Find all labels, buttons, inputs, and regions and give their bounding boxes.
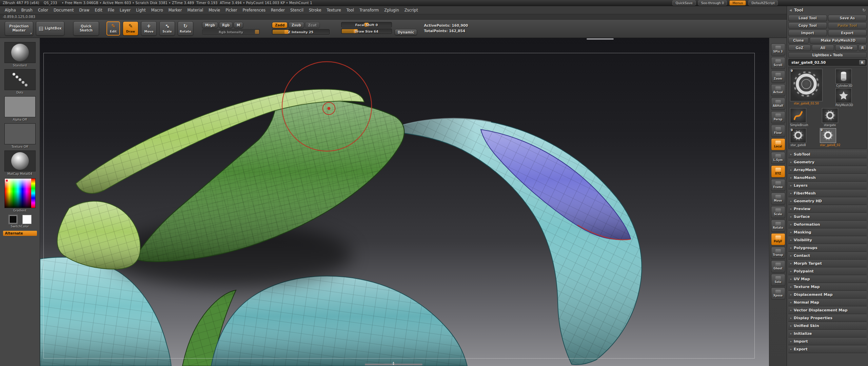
tool-subpalette-row[interactable]: ▸ Normal Map — [788, 299, 867, 306]
tool-subpalette-row[interactable]: ▸ Import — [788, 338, 867, 345]
menu-item[interactable]: Macro — [149, 6, 166, 14]
alpha-selector-thumbnail[interactable] — [4, 96, 36, 117]
sculpt-model[interactable] — [40, 38, 769, 366]
draw-size-slider[interactable]: Draw Size 64 — [341, 28, 392, 34]
menu-item[interactable]: Zplugin — [381, 6, 401, 14]
tool-subpalette-row[interactable]: ▸ Surface — [788, 213, 867, 221]
canvas-scrollbar-top[interactable] — [587, 38, 614, 40]
tool-thumbnail-cylinder3d[interactable]: Cylinder3D — [835, 69, 853, 87]
dynamic-button[interactable]: Dynamic — [395, 29, 417, 35]
paste-tool-button[interactable]: Paste Tool — [828, 22, 867, 29]
goz-r-button[interactable]: R — [859, 45, 867, 51]
shelf-button[interactable]: Frame — [771, 179, 785, 191]
tool-subpalette-row[interactable]: ▸ Morph Target — [788, 260, 867, 267]
rgb-intensity-slider[interactable]: Rgb Intensity — [202, 29, 260, 35]
shelf-button[interactable]: Persp — [771, 111, 785, 123]
tool-subpalette-row[interactable]: ▸ Preview — [788, 205, 867, 213]
menu-item[interactable]: Marker — [166, 6, 185, 14]
mesh-green-crescent[interactable] — [134, 98, 404, 262]
menu-item[interactable]: Material — [184, 6, 206, 14]
collapse-tray-icon[interactable]: ◀ — [789, 8, 792, 12]
tool-thumbnail-simplebrush[interactable]: SimpleBrush — [790, 108, 808, 127]
shelf-button[interactable]: Scale — [771, 206, 785, 218]
clone-button[interactable]: Clone — [788, 37, 809, 44]
texture-selector-thumbnail[interactable] — [4, 123, 36, 144]
zsub-button[interactable]: Zsub — [289, 22, 304, 28]
shelf-button[interactable]: Floor — [771, 125, 785, 137]
menu-item[interactable]: Tool — [344, 6, 357, 14]
menu-item[interactable]: Preferences — [240, 6, 268, 14]
scale-mode-button[interactable]: ↔ Scale — [159, 21, 175, 36]
tool-subpalette-row[interactable]: ▸ Masking — [788, 228, 867, 236]
menu-item[interactable]: Light — [133, 6, 149, 14]
tool-subpalette-row[interactable]: ▸ Geometry — [788, 158, 867, 166]
tool-subpalette-row[interactable]: ▸ NanoMesh — [788, 174, 867, 182]
title-bar-button[interactable]: QuickSave — [672, 0, 695, 5]
z-intensity-slider[interactable]: Z Intensity 25 — [272, 29, 330, 35]
shelf-button[interactable]: PolyF — [771, 233, 785, 245]
menu-item[interactable]: Document — [51, 6, 77, 14]
tool-subpalette-row[interactable]: ▸ Displacement Map — [788, 291, 867, 299]
tool-subpalette-row[interactable]: ▸ Display Properties — [788, 314, 867, 322]
export-tool-button[interactable]: Export — [828, 30, 867, 36]
tool-subpalette-row[interactable]: ▸ Layers — [788, 182, 867, 189]
tool-subpalette-row[interactable]: ▸ Texture Map — [788, 283, 867, 291]
menu-item[interactable]: Color — [35, 6, 51, 14]
title-bar-button[interactable]: See-through 0 — [698, 0, 727, 5]
shelf-button[interactable]: Move — [771, 192, 785, 205]
scroll-down-icon[interactable]: ▼ — [393, 363, 394, 366]
move-mode-button[interactable]: + Move — [141, 21, 157, 36]
shelf-button[interactable]: Solo — [771, 274, 785, 286]
current-tool-bar[interactable]: star_gate8_02.50 R — [788, 59, 867, 66]
tool-subpalette-row[interactable]: ▸ FiberMesh — [788, 189, 867, 197]
tool-subpalette-row[interactable]: ▸ Initialize — [788, 330, 867, 338]
mesh-bottom-arc-cyan[interactable] — [211, 276, 467, 366]
tool-subpalette-row[interactable]: ▸ Export — [788, 345, 867, 353]
canvas-viewport[interactable]: ▲ ▼ — [40, 38, 769, 366]
projection-master-button[interactable]: Projection Master ▼ — [5, 21, 33, 36]
mesh-green-claw[interactable] — [57, 201, 140, 269]
alternate-button[interactable]: Alternate — [3, 231, 37, 236]
menu-item[interactable]: Movie — [206, 6, 223, 14]
import-tool-button[interactable]: Import — [788, 30, 827, 36]
shelf-button[interactable]: Zoom — [771, 70, 785, 83]
make-polymesh3d-button[interactable]: Make PolyMesh3D — [810, 37, 867, 44]
tool-thumbnail-star-gate8-02[interactable]: 9 star_gate8_02 — [820, 128, 840, 147]
tool-subpalette-row[interactable]: ▸ Contact — [788, 252, 867, 260]
goz-all-button[interactable]: All — [812, 45, 834, 51]
menu-item[interactable]: Brush — [19, 6, 35, 14]
title-bar-button[interactable]: Menus — [729, 0, 746, 5]
stroke-selector-thumbnail[interactable] — [4, 69, 36, 90]
shelf-button[interactable]: Ghost — [771, 260, 785, 272]
menu-item[interactable]: Stroke — [306, 6, 324, 14]
current-tool-r-button[interactable]: R — [859, 60, 866, 65]
tool-thumbnail-star-gate8[interactable]: 9 star_gate8 — [790, 128, 806, 147]
active-tool-thumbnail[interactable]: 9 star_gate8_02.50 — [790, 69, 823, 107]
secondary-color-swatch[interactable] — [22, 215, 32, 224]
menu-item[interactable]: Texture — [324, 6, 344, 14]
tool-subpalette-row[interactable]: ▸ Visibility — [788, 236, 867, 244]
zadd-button[interactable]: Zadd — [272, 22, 288, 28]
menu-item[interactable]: Edit — [92, 6, 105, 14]
edit-mode-button[interactable]: ✎ Edit — [106, 21, 120, 36]
shelf-button[interactable]: Actual — [771, 84, 785, 96]
shelf-button[interactable]: Rotate — [771, 220, 785, 232]
tool-subpalette-row[interactable]: ▸ UV Map — [788, 275, 867, 283]
tool-subpalette-row[interactable]: ▸ SubTool — [788, 150, 867, 158]
palette-menu-icon[interactable]: ↻ — [862, 8, 866, 13]
menu-item[interactable]: Picker — [223, 6, 240, 14]
color-picker[interactable] — [4, 178, 36, 208]
shelf-button[interactable]: Transp — [771, 247, 785, 259]
rotate-mode-button[interactable]: ↻ Rotate — [178, 21, 193, 36]
goz-button[interactable]: GoZ — [788, 45, 811, 51]
mrgb-button[interactable]: Mrgb — [202, 22, 218, 28]
m-button[interactable]: M — [234, 22, 243, 28]
tool-subpalette-row[interactable]: ▸ Vector Displacement Map — [788, 306, 867, 314]
copy-tool-button[interactable]: Copy Tool — [788, 22, 827, 29]
menu-item[interactable]: Draw — [77, 6, 92, 14]
tool-subpalette-row[interactable]: ▸ Deformation — [788, 221, 867, 228]
rgb-button[interactable]: Rgb — [219, 22, 233, 28]
main-color-swatch[interactable] — [8, 215, 18, 224]
draw-mode-button[interactable]: ✎ Draw — [123, 21, 138, 36]
shelf-button[interactable]: SPix 3 — [771, 43, 785, 56]
